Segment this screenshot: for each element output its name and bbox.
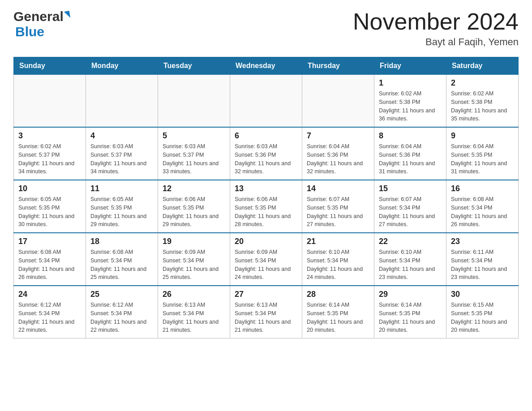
day-number: 17 xyxy=(18,237,81,246)
calendar-cell: 28Sunrise: 6:14 AMSunset: 5:35 PMDayligh… xyxy=(302,286,374,338)
day-number: 11 xyxy=(90,184,153,193)
logo-blue-text: Blue xyxy=(15,24,44,39)
day-number: 16 xyxy=(451,184,514,193)
day-number: 21 xyxy=(307,237,369,246)
day-info: Sunrise: 6:08 AMSunset: 5:34 PMDaylight:… xyxy=(18,248,81,282)
day-number: 8 xyxy=(379,131,442,141)
calendar-cell xyxy=(158,75,230,128)
calendar-cell: 9Sunrise: 6:04 AMSunset: 5:35 PMDaylight… xyxy=(446,127,519,180)
day-info: Sunrise: 6:10 AMSunset: 5:34 PMDaylight:… xyxy=(307,248,369,282)
day-info: Sunrise: 6:15 AMSunset: 5:35 PMDaylight:… xyxy=(451,301,514,334)
day-info: Sunrise: 6:04 AMSunset: 5:36 PMDaylight:… xyxy=(307,142,369,176)
day-info: Sunrise: 6:12 AMSunset: 5:34 PMDaylight:… xyxy=(18,301,81,334)
header-friday: Friday xyxy=(374,57,446,75)
day-number: 25 xyxy=(90,290,153,299)
day-number: 23 xyxy=(451,237,514,246)
day-info: Sunrise: 6:07 AMSunset: 5:34 PMDaylight:… xyxy=(379,195,442,229)
day-number: 20 xyxy=(235,237,297,246)
day-number: 5 xyxy=(163,131,225,141)
calendar-week-row: 24Sunrise: 6:12 AMSunset: 5:34 PMDayligh… xyxy=(14,286,519,338)
day-number: 24 xyxy=(18,290,81,299)
calendar-cell: 20Sunrise: 6:09 AMSunset: 5:34 PMDayligh… xyxy=(230,233,302,286)
calendar-cell: 29Sunrise: 6:14 AMSunset: 5:35 PMDayligh… xyxy=(374,286,446,338)
logo: General Blue xyxy=(13,9,70,39)
calendar-header-row: SundayMondayTuesdayWednesdayThursdayFrid… xyxy=(14,57,519,75)
day-number: 14 xyxy=(307,184,369,193)
calendar-cell: 11Sunrise: 6:05 AMSunset: 5:35 PMDayligh… xyxy=(86,180,158,233)
header-sunday: Sunday xyxy=(14,57,86,75)
calendar-cell: 14Sunrise: 6:07 AMSunset: 5:35 PMDayligh… xyxy=(302,180,374,233)
day-info: Sunrise: 6:13 AMSunset: 5:34 PMDaylight:… xyxy=(163,301,225,334)
day-info: Sunrise: 6:09 AMSunset: 5:34 PMDaylight:… xyxy=(235,248,297,282)
day-number: 2 xyxy=(451,78,514,88)
day-info: Sunrise: 6:07 AMSunset: 5:35 PMDaylight:… xyxy=(307,195,369,229)
day-number: 9 xyxy=(451,131,514,141)
day-info: Sunrise: 6:10 AMSunset: 5:34 PMDaylight:… xyxy=(379,248,442,282)
calendar-cell: 13Sunrise: 6:06 AMSunset: 5:35 PMDayligh… xyxy=(230,180,302,233)
day-info: Sunrise: 6:06 AMSunset: 5:35 PMDaylight:… xyxy=(235,195,297,229)
day-info: Sunrise: 6:11 AMSunset: 5:34 PMDaylight:… xyxy=(451,248,514,282)
calendar-cell: 5Sunrise: 6:03 AMSunset: 5:37 PMDaylight… xyxy=(158,127,230,180)
calendar-cell: 30Sunrise: 6:15 AMSunset: 5:35 PMDayligh… xyxy=(446,286,519,338)
header-saturday: Saturday xyxy=(446,57,519,75)
day-info: Sunrise: 6:05 AMSunset: 5:35 PMDaylight:… xyxy=(90,195,153,229)
day-info: Sunrise: 6:08 AMSunset: 5:34 PMDaylight:… xyxy=(90,248,153,282)
day-info: Sunrise: 6:14 AMSunset: 5:35 PMDaylight:… xyxy=(307,301,369,334)
day-number: 26 xyxy=(163,290,225,299)
calendar-table: SundayMondayTuesdayWednesdayThursdayFrid… xyxy=(13,57,519,338)
header-wednesday: Wednesday xyxy=(230,57,302,75)
header-thursday: Thursday xyxy=(302,57,374,75)
calendar-week-row: 1Sunrise: 6:02 AMSunset: 5:38 PMDaylight… xyxy=(14,75,519,128)
calendar-cell xyxy=(302,75,374,128)
day-number: 29 xyxy=(379,290,442,299)
day-info: Sunrise: 6:13 AMSunset: 5:34 PMDaylight:… xyxy=(235,301,297,334)
day-number: 22 xyxy=(379,237,442,246)
day-number: 27 xyxy=(235,290,297,299)
calendar-cell: 6Sunrise: 6:03 AMSunset: 5:36 PMDaylight… xyxy=(230,127,302,180)
calendar-cell: 23Sunrise: 6:11 AMSunset: 5:34 PMDayligh… xyxy=(446,233,519,286)
day-number: 3 xyxy=(18,131,81,141)
calendar-cell: 16Sunrise: 6:08 AMSunset: 5:34 PMDayligh… xyxy=(446,180,519,233)
day-info: Sunrise: 6:02 AMSunset: 5:38 PMDaylight:… xyxy=(379,90,442,123)
calendar-cell: 1Sunrise: 6:02 AMSunset: 5:38 PMDaylight… xyxy=(374,75,446,128)
calendar-cell: 26Sunrise: 6:13 AMSunset: 5:34 PMDayligh… xyxy=(158,286,230,338)
calendar-cell xyxy=(14,75,86,128)
calendar-week-row: 10Sunrise: 6:05 AMSunset: 5:35 PMDayligh… xyxy=(14,180,519,233)
calendar-cell xyxy=(86,75,158,128)
calendar-cell: 18Sunrise: 6:08 AMSunset: 5:34 PMDayligh… xyxy=(86,233,158,286)
day-number: 1 xyxy=(379,78,442,88)
page-header: General Blue November 2024 Bayt al Faqih… xyxy=(13,9,519,48)
calendar-week-row: 3Sunrise: 6:02 AMSunset: 5:37 PMDaylight… xyxy=(14,127,519,180)
header-monday: Monday xyxy=(86,57,158,75)
day-info: Sunrise: 6:04 AMSunset: 5:35 PMDaylight:… xyxy=(451,142,514,176)
calendar-cell: 8Sunrise: 6:04 AMSunset: 5:36 PMDaylight… xyxy=(374,127,446,180)
day-number: 30 xyxy=(451,290,514,299)
day-number: 18 xyxy=(90,237,153,246)
day-number: 10 xyxy=(18,184,81,193)
calendar-cell: 25Sunrise: 6:12 AMSunset: 5:34 PMDayligh… xyxy=(86,286,158,338)
day-info: Sunrise: 6:09 AMSunset: 5:34 PMDaylight:… xyxy=(163,248,225,282)
header-tuesday: Tuesday xyxy=(158,57,230,75)
calendar-cell: 17Sunrise: 6:08 AMSunset: 5:34 PMDayligh… xyxy=(14,233,86,286)
day-info: Sunrise: 6:03 AMSunset: 5:36 PMDaylight:… xyxy=(235,142,297,176)
calendar-week-row: 17Sunrise: 6:08 AMSunset: 5:34 PMDayligh… xyxy=(14,233,519,286)
day-number: 12 xyxy=(163,184,225,193)
calendar-cell: 22Sunrise: 6:10 AMSunset: 5:34 PMDayligh… xyxy=(374,233,446,286)
calendar-cell: 3Sunrise: 6:02 AMSunset: 5:37 PMDaylight… xyxy=(14,127,86,180)
calendar-cell: 2Sunrise: 6:02 AMSunset: 5:38 PMDaylight… xyxy=(446,75,519,128)
title-block: November 2024 Bayt al Faqih, Yemen xyxy=(353,9,519,48)
day-info: Sunrise: 6:06 AMSunset: 5:35 PMDaylight:… xyxy=(163,195,225,229)
calendar-cell: 10Sunrise: 6:05 AMSunset: 5:35 PMDayligh… xyxy=(14,180,86,233)
day-info: Sunrise: 6:02 AMSunset: 5:37 PMDaylight:… xyxy=(18,142,81,176)
day-number: 6 xyxy=(235,131,297,141)
calendar-cell: 19Sunrise: 6:09 AMSunset: 5:34 PMDayligh… xyxy=(158,233,230,286)
day-info: Sunrise: 6:05 AMSunset: 5:35 PMDaylight:… xyxy=(18,195,81,229)
calendar-cell: 24Sunrise: 6:12 AMSunset: 5:34 PMDayligh… xyxy=(14,286,86,338)
calendar-cell: 21Sunrise: 6:10 AMSunset: 5:34 PMDayligh… xyxy=(302,233,374,286)
page-subtitle: Bayt al Faqih, Yemen xyxy=(353,36,519,48)
day-info: Sunrise: 6:03 AMSunset: 5:37 PMDaylight:… xyxy=(163,142,225,176)
page-title: November 2024 xyxy=(353,9,519,34)
day-info: Sunrise: 6:12 AMSunset: 5:34 PMDaylight:… xyxy=(90,301,153,334)
calendar-cell: 15Sunrise: 6:07 AMSunset: 5:34 PMDayligh… xyxy=(374,180,446,233)
day-number: 13 xyxy=(235,184,297,193)
